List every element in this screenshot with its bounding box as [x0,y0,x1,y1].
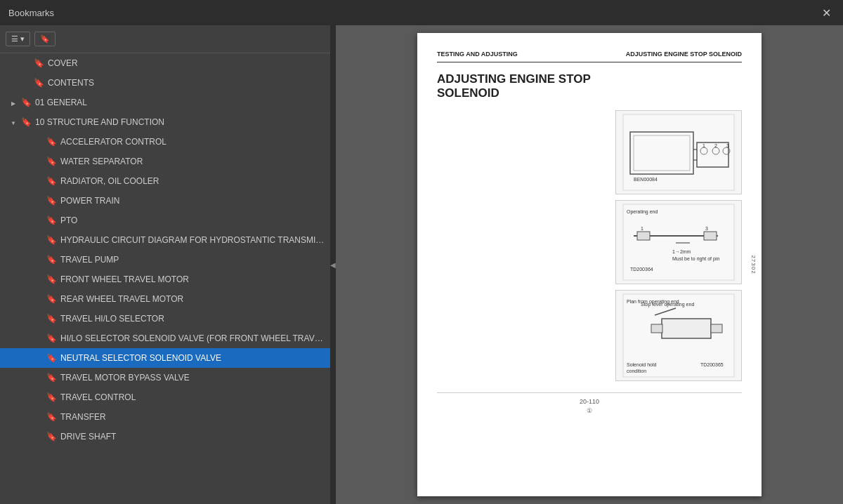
svg-text:Operating end: Operating end [627,209,658,215]
bookmark-label-hilosolenoid: HI/LO SELECTOR SOLENOID VALVE (FOR FRONT… [60,333,325,343]
bookmark-item-neutralselector[interactable]: 🔖NEUTRAL SELECTOR SOLENOID VALVE [0,348,330,368]
bookmark-icon-structure: 🔖 [21,117,31,127]
expand-btn-contents [21,78,31,88]
bookmark-item-powertrain[interactable]: 🔖POWER TRAIN [0,191,330,211]
page-sub: ① [587,407,592,414]
expand-btn-cover [21,58,31,68]
svg-text:condition: condition [627,369,646,373]
bookmark-item-rearwheel[interactable]: 🔖REAR WHEEL TRAVEL MOTOR [0,289,330,309]
diagram-1: BEN00084 1 2 3 [615,110,742,194]
expand-btn-transfer [34,412,44,422]
bookmark-item-radiator[interactable]: 🔖RADIATOR, OIL COOLER [0,171,330,191]
bookmark-label-travelcontrol: TRAVEL CONTROL [60,392,325,402]
diagram-2: Operating end TD200364 1→2mm Must be to … [615,200,742,284]
bookmark-icon-transfer: 🔖 [46,412,56,422]
svg-text:Stop lever operating end: Stop lever operating end [641,302,694,307]
bookmark-label-structure: 10 STRUCTURE AND FUNCTION [35,117,325,127]
bookmark-label-travelpump: TRAVEL PUMP [60,255,325,265]
bookmark-item-driveshaft[interactable]: 🔖DRIVE SHAFT [0,427,330,446]
bookmark-icon-driveshaft: 🔖 [46,432,56,442]
expand-btn-travelhilo [34,314,44,324]
bookmark-item-pto[interactable]: 🔖PTO [0,211,330,230]
panel-title: Bookmarks [8,8,54,18]
expand-btn-water [34,157,44,166]
svg-rect-17 [704,232,717,240]
close-button[interactable]: ✕ [818,4,835,21]
bookmarks-sidebar: ☰ ▾ 🔖 🔖COVER🔖CONTENTS🔖01 GENERAL🔖10 STRU… [0,25,330,504]
page-number: 20-110 [580,398,599,405]
bookmark-item-travelpump[interactable]: 🔖TRAVEL PUMP [0,250,330,270]
bookmark-label-powertrain: POWER TRAIN [60,196,325,206]
svg-text:TD200364: TD200364 [630,267,653,272]
svg-rect-28 [711,324,722,333]
svg-text:1→2mm: 1→2mm [672,249,691,254]
bookmark-item-hydraulic[interactable]: 🔖HYDRAULIC CIRCUIT DIAGRAM FOR HYDROSTAN… [0,230,330,250]
document-area: TESTING AND ADJUSTING ADJUSTING ENGINE S… [336,25,843,504]
bookmark-label-travelhilo: TRAVEL HI/LO SELECTOR [60,314,325,324]
bookmark-icon-rearwheel: 🔖 [46,294,56,304]
menu-arrow-icon: ▾ [20,34,25,44]
doc-footer: 20-110 ① [437,392,742,415]
bookmark-icon-general: 🔖 [21,98,31,107]
doc-images: BEN00084 1 2 3 [615,110,742,381]
bookmark-label-transfer: TRANSFER [60,412,325,422]
bookmark-add-button[interactable]: 🔖 [34,32,55,46]
expand-btn-general [8,98,18,107]
bookmark-item-water[interactable]: 🔖WATER SEPARATOR [0,152,330,171]
bookmark-item-travelhilo[interactable]: 🔖TRAVEL HI/LO SELECTOR [0,309,330,329]
bookmark-label-neutralselector: NEUTRAL SELECTOR SOLENOID VALVE [60,353,325,363]
bookmark-label-general: 01 GENERAL [35,98,325,107]
expand-btn-accelerator [34,137,44,147]
bookmark-icon-neutralselector: 🔖 [46,353,56,363]
doc-title: ADJUSTING ENGINE STOPSOLENOID [437,72,742,101]
svg-rect-26 [662,319,711,338]
bookmark-item-contents[interactable]: 🔖CONTENTS [0,73,330,93]
svg-text:Solenoid hold: Solenoid hold [627,362,657,367]
arrow-icon-general [11,99,15,107]
bookmark-icon: 🔖 [40,34,50,44]
bookmark-item-general[interactable]: 🔖01 GENERAL [0,93,330,112]
bookmark-label-cover: COVER [48,58,325,68]
bookmark-icon-contents: 🔖 [34,78,44,88]
svg-text:3: 3 [705,226,708,231]
resize-handle[interactable] [330,25,336,504]
bookmark-label-travelmotor: TRAVEL MOTOR BYPASS VALVE [60,373,325,383]
menu-button[interactable]: ☰ ▾ [6,32,30,46]
bookmark-item-accelerator[interactable]: 🔖ACCELERATOR CONTROL [0,132,330,152]
document-page: TESTING AND ADJUSTING ADJUSTING ENGINE S… [417,33,762,496]
bookmark-label-contents: CONTENTS [48,78,325,88]
expand-btn-travelpump [34,255,44,265]
svg-text:BEN00084: BEN00084 [634,177,658,182]
expand-btn-neutralselector [34,353,44,363]
bookmark-icon-frontwheel: 🔖 [46,274,56,284]
bookmark-label-hydraulic: HYDRAULIC CIRCUIT DIAGRAM FOR HYDROSTANT… [60,235,325,245]
bookmark-item-cover[interactable]: 🔖COVER [0,53,330,73]
bookmark-item-travelmotor[interactable]: 🔖TRAVEL MOTOR BYPASS VALVE [0,368,330,387]
bookmark-icon-travelmotor: 🔖 [46,373,56,383]
expand-btn-powertrain [34,196,44,206]
bookmark-item-transfer[interactable]: 🔖TRANSFER [0,407,330,427]
bookmark-item-frontwheel[interactable]: 🔖FRONT WHEEL TRAVEL MOTOR [0,270,330,289]
svg-rect-16 [637,232,650,240]
doc-header-right: ADJUSTING ENGINE STOP SOLENOID [626,50,742,59]
doc-steps [437,110,606,381]
bookmark-icon-pto: 🔖 [46,215,56,225]
expand-btn-rearwheel [34,294,44,304]
expand-btn-pto [34,215,44,225]
expand-btn-hydraulic [34,235,44,245]
expand-btn-frontwheel [34,274,44,284]
bookmark-icon-travelcontrol: 🔖 [46,392,56,402]
bookmark-item-structure[interactable]: 🔖10 STRUCTURE AND FUNCTION [0,112,330,132]
svg-rect-27 [651,324,662,333]
expand-btn-radiator [34,176,44,186]
margin-label: 27302 [750,255,757,274]
bookmark-label-water: WATER SEPARATOR [60,157,325,166]
bookmark-icon-cover: 🔖 [34,58,44,68]
bookmark-item-hilosolenoid[interactable]: 🔖HI/LO SELECTOR SOLENOID VALVE (FOR FRON… [0,329,330,348]
bookmark-icon-hydraulic: 🔖 [46,235,56,245]
expand-btn-travelmotor [34,373,44,383]
doc-header-left: TESTING AND ADJUSTING [437,50,518,59]
bookmark-item-travelcontrol[interactable]: 🔖TRAVEL CONTROL [0,387,330,407]
bookmark-label-frontwheel: FRONT WHEEL TRAVEL MOTOR [60,274,325,284]
bookmark-label-pto: PTO [60,215,325,225]
